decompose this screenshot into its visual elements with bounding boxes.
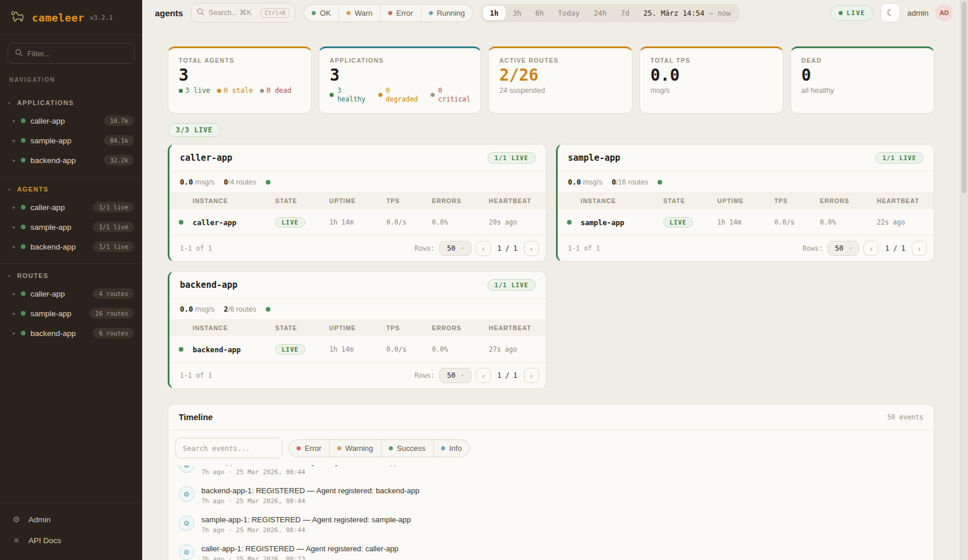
time-range-display[interactable]: 25. März 14:54 — now [637,9,738,17]
status-dot [21,311,26,316]
rows-per-page-select[interactable]: 50 ▾ [439,368,471,383]
next-page-button[interactable]: › [524,368,539,383]
sidebar-filter-input[interactable] [27,49,127,58]
count-badge: 1/1 live [93,202,134,212]
state-badge: LIVE [275,344,305,355]
rows-per-page-select[interactable]: 50 ▾ [439,241,471,256]
error-dot-icon [388,11,392,15]
table-header: INSTANCE STATE UPTIME TPS ERRORS HEARTBE… [558,192,934,209]
count-badge: 6 routes [93,328,134,338]
search-icon [197,8,204,18]
filter-chip-running[interactable]: Running [421,5,472,21]
filter-chip-ok[interactable]: OK [304,5,338,21]
scrollbar-thumb[interactable] [962,2,967,193]
gear-icon: ⚙ [179,486,194,502]
filter-chip-error[interactable]: Error [380,5,421,21]
app-card-title[interactable]: caller-app [180,153,232,163]
sidebar-section-applications: ▾ APPLICATIONS ▸ caller-app 10.7k ▸ samp… [0,91,142,170]
next-page-button[interactable]: › [912,241,927,256]
filter-chip-warning[interactable]: Warning [329,440,381,457]
status-dot [21,244,26,249]
left-column: caller-app 1/1 LIVE 0.0 msg/s 0/4 routes… [168,144,547,389]
status-dot [21,291,26,296]
sidebar-item-backend-app[interactable]: ▸ backend-app 32.2k [0,150,142,170]
status-dot [179,347,183,352]
count-badge: 1/1 live [93,241,134,252]
live-summary-badge: 3/3 LIVE [168,123,221,137]
warning-dot-icon [337,446,341,450]
ok-dot-icon [312,11,316,15]
app-card-title[interactable]: backend-app [180,280,237,290]
prev-page-button[interactable]: ‹ [864,241,879,256]
page-scrollbar[interactable] [960,0,968,560]
success-dot-icon [389,446,393,450]
time-range-today[interactable]: Today [551,6,587,20]
status-dot [21,158,26,162]
sidebar-item-backend-app-agents[interactable]: ▸ backend-app 1/1 live [0,237,142,256]
chevron-right-icon: ▸ [13,138,16,143]
status-dot [21,205,26,209]
global-search-input[interactable] [208,9,257,17]
rows-per-page-select[interactable]: 50 ▾ [828,241,859,256]
sidebar-item-backend-app-routes[interactable]: ▸ backend-app 6 routes [0,323,142,343]
stat-card-active-routes: ACTIVE ROUTES 2/26 24 suspended [488,46,632,114]
sidebar-item-sample-app-routes[interactable]: ▸ sample-app 16 routes [0,304,142,323]
camel-logo-icon [9,8,27,27]
sidebar-item-api-docs[interactable]: ≡ API Docs [0,530,142,551]
critical-dot-icon [431,93,435,97]
chevron-right-icon: ▸ [13,331,16,336]
live-toggle-badge[interactable]: LIVE [830,5,874,21]
navigation-label: NAVIGATION [0,66,142,84]
topbar: agents Ctrl+K OK Warn Error Ru [142,0,968,26]
stat-card-applications: APPLICATIONS 3 3healthy 0degraded 0criti… [319,46,481,114]
stat-card-dead: DEAD 0 all healthy [790,46,934,114]
sidebar-item-admin[interactable]: ⚙ Admin [0,509,142,530]
instance-row[interactable]: backend-app LIVE 1h 14m 0.0/s 0.0% 27s a… [169,337,546,363]
chevron-right-icon: ▸ [13,244,16,250]
next-page-button[interactable]: › [524,241,539,256]
theme-toggle-button[interactable]: ☾ [880,3,900,23]
sidebar-item-sample-app-agents[interactable]: ▸ sample-app 1/1 live [0,217,142,237]
app-card-title[interactable]: sample-app [568,153,620,163]
avatar[interactable]: AD [936,4,953,21]
keyboard-shortcut-badge: Ctrl+K [261,8,290,18]
time-range-1h[interactable]: 1h [483,6,505,20]
chevron-right-icon: ▸ [13,118,16,124]
prev-page-button[interactable]: ‹ [476,241,491,256]
timeline-card: Timeline 50 events Error Warning [168,404,934,560]
info-dot-icon [441,446,445,450]
topbar-right: LIVE ☾ admin AD [830,3,953,23]
filter-chip-error[interactable]: Error [289,440,329,457]
count-badge: 4 routes [93,288,134,299]
gear-icon: ⚙ [179,515,194,531]
sidebar-item-caller-app-routes[interactable]: ▸ caller-app 4 routes [0,284,142,304]
time-range-24h[interactable]: 24h [587,6,614,20]
sidebar-item-caller-app-agents[interactable]: ▸ caller-app 1/1 live [0,197,142,217]
count-badge: 1/1 live [93,222,134,232]
section-header-routes[interactable]: ▾ ROUTES [0,268,142,284]
instance-row[interactable]: caller-app LIVE 1h 14m 0.0/s 0.0% 20s ag… [169,209,546,236]
filter-chip-success[interactable]: Success [381,440,433,457]
time-range-7d[interactable]: 7d [613,6,636,20]
timeline-title: Timeline [179,413,213,422]
sidebar-item-caller-app[interactable]: ▸ caller-app 10.7k [0,111,142,131]
time-range-6h[interactable]: 6h [528,6,551,20]
menu-lines-icon: ≡ [12,536,21,545]
section-header-agents[interactable]: ▾ AGENTS [0,181,142,197]
section-header-applications[interactable]: ▾ APPLICATIONS [0,95,142,111]
timeline-events-list: ⚙ caller-app-1: REGISTERED — Agent regis… [168,465,934,560]
filter-chip-warn[interactable]: Warn [338,5,380,21]
filter-chip-info[interactable]: Info [433,440,469,457]
time-range-3h[interactable]: 3h [505,6,528,20]
main-area: agents Ctrl+K OK Warn Error Ru [142,0,968,560]
instance-row[interactable]: sample-app LIVE 1h 14m 0.0/s 0.0% 22s ag… [558,209,934,236]
sidebar: cameleer v3.2.1 NAVIGATION ▾ APPLICATION… [0,0,142,560]
row-range-label: 1-1 of 1 [180,371,212,380]
page-indicator: 1 / 1 [883,244,907,252]
prev-page-button[interactable]: ‹ [476,368,491,383]
sidebar-item-sample-app[interactable]: ▸ sample-app 84.1k [0,131,142,150]
count-badge: 10.7k [104,115,134,126]
warn-dot-icon [346,11,351,15]
timeline-search-input[interactable] [183,445,275,453]
time-range-selector: 1h 3h 6h Today 24h 7d 25. März 14:54 — n… [481,4,739,22]
